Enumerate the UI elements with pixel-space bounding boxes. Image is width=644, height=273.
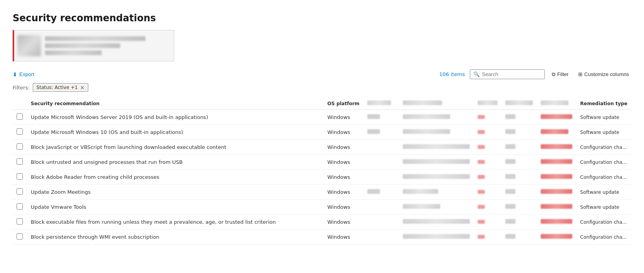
row-checkbox[interactable] [17,173,23,180]
row-checkbox[interactable] [17,128,23,135]
header-remediation: Remediation type [576,97,631,110]
items-count: 106 items [439,71,465,77]
blurred-cell-sm-red [478,220,485,224]
toolbar-left: ⬇ Export [13,70,34,79]
toolbar: ⬇ Export 106 items 🔍 ⧉ Filter ⊞ Customiz… [13,69,631,79]
row-col4 [399,140,474,155]
row-checkbox-cell[interactable] [13,215,27,230]
row-remediation-type: Software update [576,125,631,140]
search-box[interactable]: 🔍 [470,69,545,79]
blurred-cell-sm-red [478,145,485,149]
filter-button[interactable]: ⧉ Filter [549,70,571,79]
row-os-platform: Windows [324,185,363,200]
row-remediation-type: Configuration cha... [576,140,631,155]
header-col4 [399,97,474,110]
row-col3 [363,200,399,215]
row-col5 [474,185,501,200]
blurred-cell-main [403,129,450,134]
row-checkbox-cell[interactable] [13,125,27,140]
row-os-platform: Windows [324,110,363,125]
row-checkbox-cell[interactable] [13,110,27,125]
remove-filter-button[interactable]: × [80,85,85,90]
row-col7 [537,140,576,155]
header-os-platform: OS platform [324,97,363,110]
header-col6 [501,97,537,110]
row-col6 [501,185,537,200]
blurred-cell-main [403,144,470,149]
toolbar-right: 106 items 🔍 ⧉ Filter ⊞ Customize columns [439,69,631,79]
export-label: Export [19,71,34,77]
row-checkbox-cell[interactable] [13,230,27,245]
row-col7 [537,230,576,245]
blurred-cell-sm-2 [505,144,516,149]
header-blurred-1 [367,100,391,105]
header-col7 [537,97,576,110]
filter-icon: ⧉ [552,71,555,78]
filters-row: Filters: Status: Active +1 × [13,83,631,92]
blurred-cell-sm [367,189,380,194]
row-recommendation: Block untrusted and unsigned processes t… [27,155,324,170]
blurred-cell-sm-2 [505,189,516,194]
customize-columns-button[interactable]: ⊞ Customize columns [576,70,631,79]
header-blurred-5 [541,100,568,105]
table-row: Update Zoom Meetings Windows Software up… [13,185,631,200]
row-checkbox[interactable] [17,233,23,240]
blurred-cell-red [541,159,572,164]
row-checkbox-cell[interactable] [13,185,27,200]
row-checkbox[interactable] [17,113,23,120]
row-col5 [474,155,501,170]
chart-bar-3 [45,50,102,55]
row-col3 [363,110,399,125]
active-filter-text: Status: Active +1 [36,85,78,90]
blurred-cell-sm-red [478,130,485,134]
row-recommendation: Update Zoom Meetings [27,185,324,200]
row-checkbox[interactable] [17,143,23,150]
table-row: Update Microsoft Windows 10 (OS and buil… [13,125,631,140]
row-col5 [474,110,501,125]
blurred-cell-sm [367,129,380,134]
header-os-label: OS platform [328,101,359,106]
row-col4 [399,215,474,230]
blurred-cell-sm [367,114,380,119]
row-col4 [399,155,474,170]
row-recommendation: Block JavaScript or VBScript from launch… [27,140,324,155]
row-col6 [501,110,537,125]
table-header-row: Security recommendation OS platform [13,97,631,110]
blurred-cell-sm-red [478,235,485,239]
row-checkbox-cell[interactable] [13,140,27,155]
row-os-platform: Windows [324,125,363,140]
chart-icon-blurred [17,35,41,56]
search-input[interactable] [482,71,541,77]
row-col4 [399,125,474,140]
header-blurred-4 [505,100,533,105]
row-checkbox-cell[interactable] [13,155,27,170]
row-checkbox[interactable] [17,188,23,195]
header-col3 [363,97,399,110]
blurred-cell-sm-2 [505,219,516,224]
header-checkbox-cell [13,97,27,110]
row-col6 [501,200,537,215]
blurred-cell-sm-2 [505,174,516,179]
export-button[interactable]: ⬇ Export [13,70,34,79]
blurred-cell-sm-red [478,175,485,179]
row-checkbox[interactable] [17,218,23,225]
row-col6 [501,155,537,170]
row-col3 [363,140,399,155]
row-col7 [537,110,576,125]
blurred-cell-red [541,174,572,179]
row-col7 [537,155,576,170]
filters-label: Filters: [13,85,30,91]
row-col3 [363,170,399,185]
row-col5 [474,140,501,155]
row-os-platform: Windows [324,230,363,245]
row-checkbox-cell[interactable] [13,200,27,215]
row-col3 [363,125,399,140]
filter-label: Filter [557,71,569,77]
table-row: Block persistence through WMI event subs… [13,230,631,245]
row-remediation-type: Configuration cha... [576,155,631,170]
blurred-cell-sm-2 [505,234,516,239]
row-checkbox[interactable] [17,158,23,165]
row-checkbox[interactable] [17,203,23,210]
row-checkbox-cell[interactable] [13,170,27,185]
row-col5 [474,200,501,215]
